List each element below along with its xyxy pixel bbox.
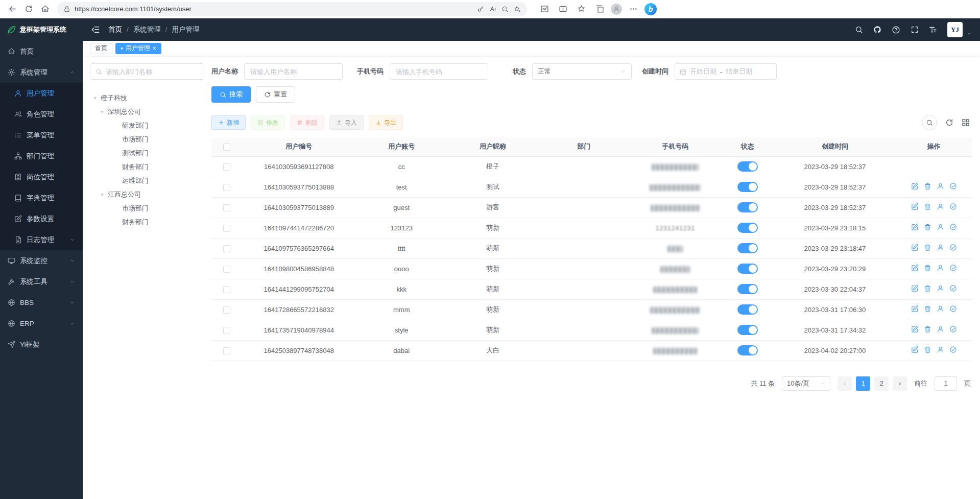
status-toggle[interactable] (737, 161, 758, 172)
tab-user-management[interactable]: ● 用户管理 × (115, 43, 161, 54)
row-assign-icon[interactable] (949, 346, 957, 353)
sidebar-subitem[interactable]: 参数设置 (0, 208, 83, 229)
row-edit-icon[interactable] (911, 203, 919, 210)
row-assign-icon[interactable] (949, 264, 957, 272)
row-delete-icon[interactable] (924, 284, 931, 292)
row-reset-password-icon[interactable] (937, 182, 944, 190)
status-toggle[interactable] (737, 284, 758, 294)
row-delete-icon[interactable] (924, 223, 931, 231)
breadcrumb-home[interactable]: 首页 (108, 25, 122, 34)
row-assign-icon[interactable] (949, 182, 957, 190)
table-search-toggle[interactable] (922, 115, 937, 130)
row-edit-icon[interactable] (911, 325, 919, 333)
row-reset-password-icon[interactable] (937, 223, 944, 231)
tree-node[interactable]: 测试部门 (90, 146, 204, 160)
row-edit-icon[interactable] (911, 223, 919, 231)
collapse-sidebar-icon[interactable] (91, 25, 100, 34)
sidebar-item[interactable]: 系统监控 (0, 250, 83, 271)
row-checkbox[interactable] (223, 225, 230, 232)
column-settings-icon[interactable] (962, 118, 970, 127)
import-button[interactable]: 导入 (329, 115, 364, 130)
department-search-input[interactable] (106, 68, 199, 76)
row-assign-icon[interactable] (949, 223, 957, 231)
sidebar-item[interactable]: 系统管理 (0, 62, 83, 83)
row-delete-icon[interactable] (924, 203, 931, 210)
row-checkbox[interactable] (223, 184, 230, 191)
browser-back-button[interactable] (5, 2, 19, 16)
status-toggle[interactable] (737, 223, 758, 233)
row-checkbox[interactable] (223, 266, 230, 273)
split-screen-icon[interactable] (556, 2, 570, 16)
avatar-caret-icon[interactable] (967, 31, 972, 36)
tree-node[interactable]: 财务部门 (90, 160, 204, 174)
row-checkbox[interactable] (223, 204, 230, 211)
delete-button[interactable]: 删除 (290, 115, 324, 130)
row-edit-icon[interactable] (911, 264, 919, 272)
status-toggle[interactable] (737, 202, 758, 212)
row-assign-icon[interactable] (949, 325, 957, 333)
page-button[interactable]: 1 (856, 376, 870, 391)
github-icon[interactable] (873, 26, 881, 34)
passwords-key-icon[interactable] (477, 6, 484, 13)
sidebar-item[interactable]: ERP (0, 313, 83, 334)
next-page-button[interactable]: › (893, 376, 907, 391)
tree-node[interactable]: 市场部门 (90, 201, 204, 215)
sidebar-subitem[interactable]: 岗位管理 (0, 167, 83, 187)
row-reset-password-icon[interactable] (937, 305, 944, 313)
browser-profile-avatar[interactable] (611, 4, 622, 15)
row-reset-password-icon[interactable] (937, 325, 944, 333)
row-edit-icon[interactable] (911, 182, 919, 190)
row-delete-icon[interactable] (924, 182, 931, 190)
status-toggle[interactable] (737, 243, 758, 253)
page-size-select[interactable]: 10条/页 (782, 376, 830, 391)
sidebar-subitem[interactable]: 部门管理 (0, 146, 83, 167)
row-delete-icon[interactable] (924, 346, 931, 353)
row-checkbox[interactable] (223, 347, 230, 354)
status-toggle[interactable] (737, 182, 758, 192)
browser-refresh-button[interactable] (21, 2, 36, 16)
row-assign-icon[interactable] (949, 284, 957, 292)
sidebar-item[interactable]: 系统工具 (0, 271, 83, 292)
sidebar-subitem[interactable]: 角色管理 (0, 104, 83, 125)
browser-home-button[interactable] (38, 2, 52, 16)
tree-node[interactable]: 运维部门 (90, 174, 204, 187)
user-avatar[interactable]: YJ (947, 22, 963, 37)
browser-menu-icon[interactable] (626, 2, 640, 16)
row-edit-icon[interactable] (911, 284, 919, 292)
sidebar-subitem[interactable]: 日志管理 (0, 229, 83, 250)
goto-page-input[interactable] (935, 376, 957, 391)
address-bar[interactable]: https://ccnetcore.com:1101/system/user (57, 2, 527, 16)
row-delete-icon[interactable] (924, 244, 931, 251)
select-all-checkbox[interactable] (223, 144, 230, 151)
date-range-picker[interactable]: 开始日期 - 结束日期 (675, 63, 777, 80)
status-toggle[interactable] (737, 304, 758, 315)
row-assign-icon[interactable] (949, 244, 957, 251)
row-reset-password-icon[interactable] (937, 244, 944, 251)
export-button[interactable]: 导出 (369, 115, 403, 130)
add-favorite-icon[interactable] (514, 6, 521, 13)
sidebar-item[interactable]: 首页 (0, 41, 83, 62)
tree-node[interactable]: ▾江西总公司 (90, 187, 204, 201)
sidebar-subitem[interactable]: 字典管理 (0, 187, 83, 208)
tree-node[interactable]: 市场部门 (90, 132, 204, 146)
row-delete-icon[interactable] (924, 264, 931, 272)
row-reset-password-icon[interactable] (937, 284, 944, 292)
row-checkbox[interactable] (223, 327, 230, 334)
row-reset-password-icon[interactable] (937, 346, 944, 353)
reset-button[interactable]: 重置 (256, 86, 295, 103)
sidebar-item[interactable]: Yi框架 (0, 334, 83, 355)
header-search-icon[interactable] (855, 26, 863, 34)
bing-icon[interactable]: b (644, 3, 657, 15)
favorites-icon[interactable] (574, 2, 588, 16)
table-refresh-icon[interactable] (945, 118, 953, 127)
row-edit-icon[interactable] (911, 244, 919, 251)
sidebar-item[interactable]: BBS (0, 292, 83, 313)
font-size-icon[interactable] (929, 26, 937, 34)
row-edit-icon[interactable] (911, 305, 919, 313)
add-button[interactable]: 新增 (211, 115, 246, 130)
row-checkbox[interactable] (223, 163, 230, 171)
row-reset-password-icon[interactable] (937, 203, 944, 210)
phone-input[interactable] (390, 63, 488, 80)
row-assign-icon[interactable] (949, 305, 957, 313)
tree-node[interactable]: ▾深圳总公司 (90, 105, 204, 118)
